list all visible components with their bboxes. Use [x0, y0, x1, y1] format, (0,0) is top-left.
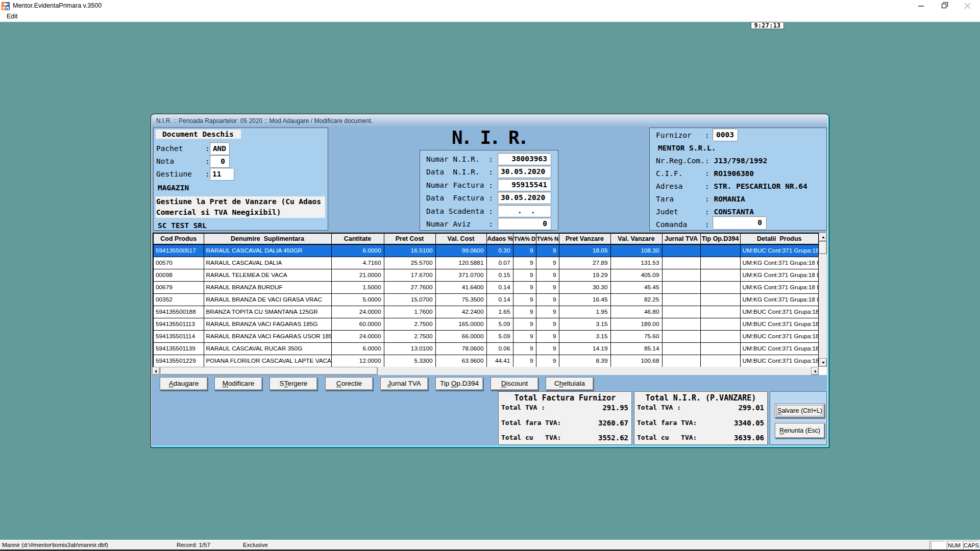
- menu-item-edit[interactable]: Edit: [4, 12, 21, 22]
- modificare-button[interactable]: Modificare: [214, 377, 262, 390]
- table-cell: 9: [513, 282, 536, 294]
- nota-input[interactable]: 0: [210, 155, 229, 167]
- hscroll-right-button[interactable]: [811, 367, 819, 375]
- close-button[interactable]: [960, 0, 975, 12]
- cheltuiala-button[interactable]: Cheltuiala: [546, 377, 594, 390]
- discount-button[interactable]: Discount: [491, 377, 538, 390]
- column-header[interactable]: TVA% D: [513, 233, 536, 244]
- table-cell: 99.0600: [435, 244, 486, 257]
- stergere-button[interactable]: STergere: [270, 377, 317, 390]
- column-header[interactable]: TVA% N: [536, 233, 559, 244]
- table-row[interactable]: 594135500188BRANZA TOPITA CU SMANTANA 12…: [153, 306, 819, 318]
- column-header[interactable]: Detalii Produs: [740, 233, 819, 244]
- column-header[interactable]: Val. Cost: [435, 233, 486, 244]
- table-row[interactable]: 594135501229POIANA FLORILOR CASCAVAL LAP…: [153, 355, 819, 368]
- nir-dialog: N.I.R. :: Perioada Rapoartelor: 05 2020 …: [151, 114, 829, 448]
- table-cell: [700, 343, 740, 355]
- statusbar-file: Mannir (d:\#mentor\tomis3ab\mannir.dbf): [2, 540, 108, 550]
- furnizor-input[interactable]: 0003: [713, 129, 738, 141]
- column-header[interactable]: Adaos %: [486, 233, 513, 244]
- table-cell: 00098: [153, 269, 204, 282]
- table-cell: 44.41: [486, 355, 513, 368]
- tip-op-d394-button[interactable]: Tip Op.D394: [435, 377, 483, 390]
- table-cell: 8.39: [559, 355, 610, 368]
- table-cell: [662, 331, 700, 343]
- table-cell: 405.09: [610, 269, 662, 282]
- vscroll-up-button[interactable]: [819, 233, 827, 241]
- table-cell: 4.7160: [331, 257, 384, 269]
- table-cell: 00679: [153, 282, 204, 294]
- nir-heading: N. I. R.: [329, 129, 650, 146]
- table-row[interactable]: 00098RARAUL TELEMEA DE VACA21.000017.670…: [153, 269, 819, 282]
- table-cell: 1.65: [486, 306, 513, 318]
- vscroll-thumb[interactable]: [819, 241, 827, 254]
- pachet-input[interactable]: AND: [210, 142, 229, 155]
- vscroll-down-button[interactable]: [819, 358, 827, 367]
- comanda-input[interactable]: 0: [713, 216, 766, 229]
- restore-button[interactable]: [936, 0, 951, 12]
- column-header[interactable]: Pret Cost: [384, 233, 435, 244]
- products-table: Cod ProdusDenumire SuplimentaraCantitate…: [153, 233, 819, 368]
- column-header[interactable]: Denumire Suplimentara: [204, 233, 331, 244]
- table-cell: 9: [513, 306, 536, 318]
- table-row[interactable]: 594135500517RARAUL CASCAVAL DALIA 450GR6…: [153, 244, 819, 257]
- corectie-button[interactable]: Corectie: [325, 377, 373, 390]
- hscroll-left-button[interactable]: [152, 367, 160, 375]
- table-cell: 0.15: [486, 269, 513, 282]
- total-label: Total TVA :: [637, 404, 681, 411]
- nir-field-input[interactable]: 38003963: [498, 153, 551, 165]
- column-header[interactable]: Tip Op.D394: [700, 233, 740, 244]
- table-cell: 0.07: [486, 257, 513, 269]
- vertical-scrollbar[interactable]: [819, 233, 827, 367]
- table-cell: 45.45: [610, 282, 662, 294]
- nir-field-input[interactable]: 0: [498, 218, 551, 230]
- gestiune-input[interactable]: 11: [210, 168, 234, 180]
- pachet-label: Pachet :: [156, 142, 210, 155]
- table-cell: UM:BUC Cont:371 Grupa:18: [740, 306, 819, 318]
- dialog-titlebar[interactable]: N.I.R. :: Perioada Rapoartelor: 05 2020 …: [152, 115, 828, 127]
- renunta-button[interactable]: Renunta (Esc): [775, 423, 825, 438]
- column-header[interactable]: Cod Produs: [153, 233, 204, 244]
- table-cell: 9: [536, 282, 559, 294]
- up-arrow-icon: [822, 236, 825, 238]
- gestiune-label: Gestiune :: [156, 168, 210, 180]
- table-cell: BRANZA TOPITA CU SMANTANA 125GR: [204, 306, 331, 318]
- table-cell: [662, 355, 700, 368]
- nir-field-input[interactable]: 30.05.2020: [498, 166, 551, 178]
- nir-field-input[interactable]: . .: [498, 205, 551, 217]
- statusbar-empty-panel: [931, 541, 945, 549]
- adaugare-button[interactable]: Adaugare: [160, 377, 208, 390]
- horizontal-scrollbar[interactable]: [152, 367, 819, 375]
- table-cell: [700, 306, 740, 318]
- nir-field-input[interactable]: 30.05.2020: [498, 192, 551, 204]
- table-row[interactable]: 00570RARAUL CASCAVAL DALIA4.716025.57001…: [153, 257, 819, 269]
- regcom-label: Nr.Reg.Com.:: [656, 157, 709, 165]
- adresa-value: STR. PESCARILOR NR.64: [714, 182, 807, 190]
- column-header[interactable]: Val. Vanzare: [610, 233, 662, 244]
- table-cell: 5.3300: [384, 355, 435, 368]
- table-cell: 100.68: [610, 355, 662, 368]
- jurnal-tva-button[interactable]: Jurnal TVA: [380, 377, 428, 390]
- table-row[interactable]: 594135501114RARAUL BRANZA VACI FAGARAS U…: [153, 331, 819, 343]
- table-cell: 594135501114: [153, 331, 204, 343]
- table-cell: [700, 257, 740, 269]
- table-cell: UM:BUC Cont:371 Grupa:18: [740, 355, 819, 368]
- table-row[interactable]: 594135501139RARAUL CASCAVAL RUCAR 350G6.…: [153, 343, 819, 355]
- column-header[interactable]: Cantitate: [331, 233, 384, 244]
- minimize-button[interactable]: [913, 0, 928, 12]
- hscroll-thumb[interactable]: [160, 367, 378, 375]
- table-cell: 30.30: [559, 282, 610, 294]
- table-cell: 18.05: [559, 244, 610, 257]
- column-header[interactable]: Pret Vanzare: [559, 233, 610, 244]
- table-row[interactable]: 00352RARAUL BRANZA DE VACI GRASA VRAC5.0…: [153, 294, 819, 306]
- app-icon: [2, 2, 10, 10]
- table-row[interactable]: 00679RARAUL BRANZA BURDUF1.500027.760041…: [153, 282, 819, 294]
- table-cell: [700, 318, 740, 331]
- table-cell: 189.00: [610, 318, 662, 331]
- nir-field-label: Data N.I.R. :: [426, 166, 493, 178]
- table-row[interactable]: 594135501113RARAUL BRANZA VACI FAGARAS 1…: [153, 318, 819, 331]
- column-header[interactable]: Jurnal TVA: [662, 233, 700, 244]
- cheltuiala-label: Cheltuiala: [554, 380, 585, 387]
- salvare-button[interactable]: Salvare (Ctrl+L): [775, 404, 825, 418]
- nir-field-input[interactable]: 95915541: [498, 179, 551, 191]
